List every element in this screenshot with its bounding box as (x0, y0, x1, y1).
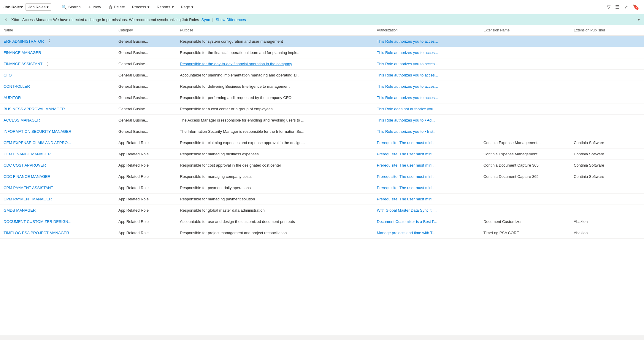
reports-button[interactable]: Reports ▾ (154, 3, 177, 11)
list-view-icon[interactable]: ☰ (614, 3, 621, 11)
row-name-link[interactable]: DOCUMENT CUSTOMIZER DESIGN... (4, 219, 71, 224)
row-name-link[interactable]: FINANCE ASSISTANT (4, 62, 42, 66)
table-row[interactable]: CPM PAYMENT ASSISTANTApp Related RoleRes… (0, 182, 644, 193)
row-name-link[interactable]: CEM FINANCE MANAGER (4, 152, 51, 156)
job-roles-dropdown[interactable]: Job Roles ▾ (26, 3, 51, 11)
cell-category: App Related Role (115, 137, 176, 148)
new-label: New (93, 5, 101, 9)
banner-collapse-icon[interactable]: ▾ (638, 17, 640, 22)
row-name-link[interactable]: INFORMATION SECURITY MANAGER (4, 129, 71, 134)
cell-extension-publisher (570, 36, 644, 47)
table-row[interactable]: CPM PAYMENT MANAGERApp Related RoleRespo… (0, 193, 644, 205)
table-row[interactable]: CEM FINANCE MANAGERApp Related RoleRespo… (0, 148, 644, 159)
row-name-link[interactable]: CEM EXPENSE CLAIM AND APPRO... (4, 141, 71, 145)
row-name-link[interactable]: FINANCE MANAGER (4, 50, 41, 55)
job-roles-dropdown-label: Job Roles (28, 5, 45, 9)
table-row[interactable]: FINANCE ASSISTANT⋮General Busine...Respo… (0, 58, 644, 69)
cell-authorization: Prerequisite: The user must mini... (373, 193, 480, 205)
table-row[interactable]: ACCESS MANAGERGeneral Busine...The Acces… (0, 114, 644, 126)
cell-category: App Related Role (115, 193, 176, 205)
cell-authorization: Prerequisite: The user must mini... (373, 171, 480, 182)
cell-extension-publisher: Abakion (570, 227, 644, 238)
banner-separator: | (212, 17, 213, 22)
cell-authorization: Manage projects and time with T... (373, 227, 480, 238)
cell-category: App Related Role (115, 182, 176, 193)
row-name-link[interactable]: CDC COST APPROVER (4, 163, 46, 167)
cell-purpose: The Information Security Manager is resp… (176, 126, 373, 137)
cell-category: General Busine... (115, 81, 176, 92)
row-name-link[interactable]: CPM PAYMENT MANAGER (4, 197, 52, 201)
cell-authorization: Prerequisite: The user must mini... (373, 148, 480, 159)
delete-button[interactable]: 🗑 Delete (105, 3, 128, 11)
table-row[interactable]: CFOGeneral Busine...Accountable for plan… (0, 69, 644, 81)
table-row[interactable]: BUSINESS APPROVAL MANAGERGeneral Busine.… (0, 103, 644, 114)
cell-category: App Related Role (115, 159, 176, 171)
page-button[interactable]: Page ▾ (178, 3, 196, 11)
cell-name: ACCESS MANAGER (0, 114, 115, 126)
table-row[interactable]: CONTROLLERGeneral Busine...Responsible f… (0, 81, 644, 92)
cell-extension-name: TimeLog PSA CORE (480, 227, 570, 238)
sync-link[interactable]: Sync (202, 17, 210, 22)
cell-extension-name (480, 36, 570, 47)
table-row[interactable]: CDC FINANCE MANAGERApp Related RoleRespo… (0, 171, 644, 182)
new-button[interactable]: ＋ New (85, 3, 104, 11)
banner-close-button[interactable]: ✕ (4, 17, 8, 22)
cell-extension-publisher (570, 69, 644, 81)
row-name-link[interactable]: CONTROLLER (4, 84, 30, 89)
row-name-link[interactable]: TIMELOG PSA PROJECT MANAGER (4, 231, 69, 235)
table-row[interactable]: CDC COST APPROVERApp Related RoleRespons… (0, 159, 644, 171)
cell-extension-name (480, 205, 570, 216)
cell-purpose: Responsible for global master data admin… (176, 205, 373, 216)
table-row[interactable]: AUDITORGeneral Busine...Responsible for … (0, 92, 644, 103)
row-name-link[interactable]: BUSINESS APPROVAL MANAGER (4, 107, 65, 111)
row-context-menu-icon[interactable]: ⋮ (46, 39, 53, 44)
cell-category: General Busine... (115, 36, 176, 47)
row-name-link[interactable]: CPM PAYMENT ASSISTANT (4, 186, 53, 190)
row-name-link[interactable]: CDC FINANCE MANAGER (4, 174, 50, 179)
expand-icon[interactable]: ⤢ (623, 3, 629, 11)
info-banner: ✕ Xtbc - Access Manager: We have detecte… (0, 14, 644, 25)
row-name-link[interactable]: GMDS MANAGER (4, 208, 36, 213)
cell-purpose[interactable]: Responsible for the day-to-day financial… (176, 58, 373, 69)
filter-icon[interactable]: ▽ (606, 3, 612, 11)
cell-extension-publisher (570, 81, 644, 92)
process-label: Process (132, 5, 146, 9)
cell-purpose: Responsible for cost approval in the des… (176, 159, 373, 171)
table-row[interactable]: TIMELOG PSA PROJECT MANAGERApp Related R… (0, 227, 644, 238)
row-name-link[interactable]: CFO (4, 73, 12, 77)
process-chevron-icon: ▾ (147, 5, 150, 9)
cell-purpose: Responsible for project management and p… (176, 227, 373, 238)
bottom-scrollbar[interactable] (0, 335, 644, 339)
row-name-link[interactable]: ERP ADMINISTRATOR (4, 39, 44, 44)
table-row[interactable]: FINANCE MANAGERGeneral Busine...Responsi… (0, 47, 644, 58)
process-button[interactable]: Process ▾ (129, 3, 153, 11)
toolbar-label: Job Roles: (4, 5, 23, 9)
bookmark-icon[interactable]: 🔖 (632, 3, 640, 12)
purpose-link[interactable]: Responsible for the day-to-day financial… (180, 62, 292, 66)
main-content: Name Category Purpose Authorization Exte… (0, 25, 644, 339)
cell-name: BUSINESS APPROVAL MANAGER (0, 103, 115, 114)
cell-name: INFORMATION SECURITY MANAGER (0, 126, 115, 137)
col-header-purpose: Purpose (176, 25, 373, 36)
cell-purpose: The Access Manager is responsible for en… (176, 114, 373, 126)
cell-extension-publisher: Continia Software (570, 137, 644, 148)
table-container[interactable]: Name Category Purpose Authorization Exte… (0, 25, 644, 335)
table-row[interactable]: GMDS MANAGERApp Related RoleResponsible … (0, 205, 644, 216)
row-name-link[interactable]: AUDITOR (4, 95, 21, 100)
row-context-menu-icon[interactable]: ⋮ (44, 61, 51, 67)
cell-authorization: Prerequisite: The user must mini... (373, 137, 480, 148)
delete-icon: 🗑 (108, 5, 112, 9)
col-header-name: Name (0, 25, 115, 36)
table-row[interactable]: CEM EXPENSE CLAIM AND APPRO...App Relate… (0, 137, 644, 148)
chevron-down-icon: ▾ (47, 5, 49, 9)
row-name-link[interactable]: ACCESS MANAGER (4, 118, 40, 122)
cell-name: CFO (0, 69, 115, 81)
page-label: Page (181, 5, 190, 9)
table-row[interactable]: DOCUMENT CUSTOMIZER DESIGN...App Related… (0, 216, 644, 227)
cell-extension-publisher (570, 103, 644, 114)
table-row[interactable]: ERP ADMINISTRATOR⋮General Busine...Respo… (0, 36, 644, 47)
search-button[interactable]: 🔍 Search (59, 3, 83, 11)
cell-authorization: Prerequisite: The user must mini... (373, 159, 480, 171)
show-differences-link[interactable]: Show Differences (216, 17, 246, 22)
table-row[interactable]: INFORMATION SECURITY MANAGERGeneral Busi… (0, 126, 644, 137)
